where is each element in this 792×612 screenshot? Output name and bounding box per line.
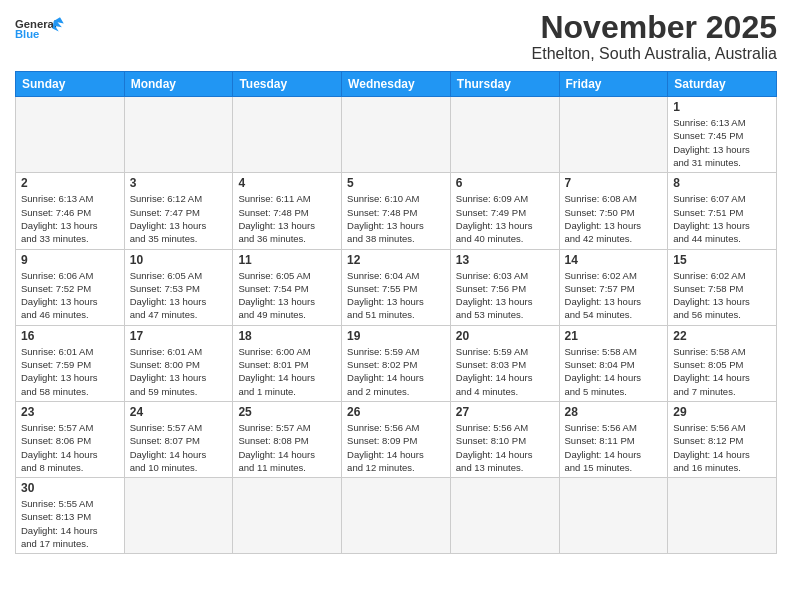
day-number: 14 bbox=[565, 253, 663, 267]
calendar-day-header: Saturday bbox=[668, 72, 777, 97]
calendar-cell: 16Sunrise: 6:01 AMSunset: 7:59 PMDayligh… bbox=[16, 325, 125, 401]
calendar-cell: 6Sunrise: 6:09 AMSunset: 7:49 PMDaylight… bbox=[450, 173, 559, 249]
calendar-day-header: Tuesday bbox=[233, 72, 342, 97]
day-number: 4 bbox=[238, 176, 336, 190]
calendar-cell: 17Sunrise: 6:01 AMSunset: 8:00 PMDayligh… bbox=[124, 325, 233, 401]
day-number: 25 bbox=[238, 405, 336, 419]
calendar-cell: 11Sunrise: 6:05 AMSunset: 7:54 PMDayligh… bbox=[233, 249, 342, 325]
day-info: Sunrise: 5:58 AMSunset: 8:05 PMDaylight:… bbox=[673, 345, 771, 398]
calendar-cell: 2Sunrise: 6:13 AMSunset: 7:46 PMDaylight… bbox=[16, 173, 125, 249]
calendar-cell bbox=[233, 97, 342, 173]
calendar-day-header: Thursday bbox=[450, 72, 559, 97]
day-info: Sunrise: 6:13 AMSunset: 7:45 PMDaylight:… bbox=[673, 116, 771, 169]
calendar-cell bbox=[342, 478, 451, 554]
calendar-cell: 28Sunrise: 5:56 AMSunset: 8:11 PMDayligh… bbox=[559, 401, 668, 477]
calendar-cell bbox=[450, 97, 559, 173]
day-info: Sunrise: 6:01 AMSunset: 7:59 PMDaylight:… bbox=[21, 345, 119, 398]
page-header: General Blue November 2025 Ethelton, Sou… bbox=[15, 10, 777, 63]
calendar-cell: 13Sunrise: 6:03 AMSunset: 7:56 PMDayligh… bbox=[450, 249, 559, 325]
day-info: Sunrise: 6:02 AMSunset: 7:57 PMDaylight:… bbox=[565, 269, 663, 322]
day-number: 7 bbox=[565, 176, 663, 190]
day-number: 8 bbox=[673, 176, 771, 190]
calendar-cell: 19Sunrise: 5:59 AMSunset: 8:02 PMDayligh… bbox=[342, 325, 451, 401]
calendar-cell: 10Sunrise: 6:05 AMSunset: 7:53 PMDayligh… bbox=[124, 249, 233, 325]
calendar-cell: 14Sunrise: 6:02 AMSunset: 7:57 PMDayligh… bbox=[559, 249, 668, 325]
calendar-cell: 7Sunrise: 6:08 AMSunset: 7:50 PMDaylight… bbox=[559, 173, 668, 249]
page-title: November 2025 bbox=[532, 10, 777, 45]
day-info: Sunrise: 6:04 AMSunset: 7:55 PMDaylight:… bbox=[347, 269, 445, 322]
day-info: Sunrise: 5:56 AMSunset: 8:10 PMDaylight:… bbox=[456, 421, 554, 474]
calendar-cell: 9Sunrise: 6:06 AMSunset: 7:52 PMDaylight… bbox=[16, 249, 125, 325]
calendar-cell: 24Sunrise: 5:57 AMSunset: 8:07 PMDayligh… bbox=[124, 401, 233, 477]
day-number: 16 bbox=[21, 329, 119, 343]
calendar-cell: 23Sunrise: 5:57 AMSunset: 8:06 PMDayligh… bbox=[16, 401, 125, 477]
day-number: 18 bbox=[238, 329, 336, 343]
day-info: Sunrise: 5:56 AMSunset: 8:11 PMDaylight:… bbox=[565, 421, 663, 474]
day-number: 21 bbox=[565, 329, 663, 343]
day-number: 24 bbox=[130, 405, 228, 419]
calendar-cell bbox=[124, 97, 233, 173]
calendar-cell: 15Sunrise: 6:02 AMSunset: 7:58 PMDayligh… bbox=[668, 249, 777, 325]
calendar-cell: 29Sunrise: 5:56 AMSunset: 8:12 PMDayligh… bbox=[668, 401, 777, 477]
day-info: Sunrise: 6:13 AMSunset: 7:46 PMDaylight:… bbox=[21, 192, 119, 245]
calendar-cell bbox=[124, 478, 233, 554]
calendar-cell: 4Sunrise: 6:11 AMSunset: 7:48 PMDaylight… bbox=[233, 173, 342, 249]
day-info: Sunrise: 5:57 AMSunset: 8:08 PMDaylight:… bbox=[238, 421, 336, 474]
day-info: Sunrise: 6:10 AMSunset: 7:48 PMDaylight:… bbox=[347, 192, 445, 245]
calendar-cell bbox=[16, 97, 125, 173]
calendar-day-header: Monday bbox=[124, 72, 233, 97]
calendar-day-header: Friday bbox=[559, 72, 668, 97]
calendar-table: SundayMondayTuesdayWednesdayThursdayFrid… bbox=[15, 71, 777, 554]
day-info: Sunrise: 5:59 AMSunset: 8:02 PMDaylight:… bbox=[347, 345, 445, 398]
logo: General Blue bbox=[15, 15, 65, 45]
day-number: 6 bbox=[456, 176, 554, 190]
day-info: Sunrise: 5:58 AMSunset: 8:04 PMDaylight:… bbox=[565, 345, 663, 398]
calendar-cell: 30Sunrise: 5:55 AMSunset: 8:13 PMDayligh… bbox=[16, 478, 125, 554]
calendar-cell: 3Sunrise: 6:12 AMSunset: 7:47 PMDaylight… bbox=[124, 173, 233, 249]
calendar-cell: 22Sunrise: 5:58 AMSunset: 8:05 PMDayligh… bbox=[668, 325, 777, 401]
calendar-cell: 18Sunrise: 6:00 AMSunset: 8:01 PMDayligh… bbox=[233, 325, 342, 401]
day-number: 23 bbox=[21, 405, 119, 419]
day-number: 2 bbox=[21, 176, 119, 190]
day-number: 15 bbox=[673, 253, 771, 267]
day-info: Sunrise: 6:08 AMSunset: 7:50 PMDaylight:… bbox=[565, 192, 663, 245]
day-number: 19 bbox=[347, 329, 445, 343]
day-number: 28 bbox=[565, 405, 663, 419]
day-number: 22 bbox=[673, 329, 771, 343]
calendar-cell bbox=[342, 97, 451, 173]
day-info: Sunrise: 6:02 AMSunset: 7:58 PMDaylight:… bbox=[673, 269, 771, 322]
calendar-cell: 12Sunrise: 6:04 AMSunset: 7:55 PMDayligh… bbox=[342, 249, 451, 325]
day-number: 10 bbox=[130, 253, 228, 267]
day-number: 12 bbox=[347, 253, 445, 267]
day-number: 9 bbox=[21, 253, 119, 267]
day-info: Sunrise: 6:05 AMSunset: 7:54 PMDaylight:… bbox=[238, 269, 336, 322]
calendar-day-header: Sunday bbox=[16, 72, 125, 97]
title-block: November 2025 Ethelton, South Australia,… bbox=[532, 10, 777, 63]
day-info: Sunrise: 6:00 AMSunset: 8:01 PMDaylight:… bbox=[238, 345, 336, 398]
day-info: Sunrise: 5:56 AMSunset: 8:12 PMDaylight:… bbox=[673, 421, 771, 474]
calendar-cell: 8Sunrise: 6:07 AMSunset: 7:51 PMDaylight… bbox=[668, 173, 777, 249]
day-number: 20 bbox=[456, 329, 554, 343]
day-number: 30 bbox=[21, 481, 119, 495]
calendar-cell: 20Sunrise: 5:59 AMSunset: 8:03 PMDayligh… bbox=[450, 325, 559, 401]
day-info: Sunrise: 6:06 AMSunset: 7:52 PMDaylight:… bbox=[21, 269, 119, 322]
day-info: Sunrise: 5:57 AMSunset: 8:06 PMDaylight:… bbox=[21, 421, 119, 474]
calendar-cell bbox=[233, 478, 342, 554]
day-info: Sunrise: 6:03 AMSunset: 7:56 PMDaylight:… bbox=[456, 269, 554, 322]
day-number: 29 bbox=[673, 405, 771, 419]
day-info: Sunrise: 6:11 AMSunset: 7:48 PMDaylight:… bbox=[238, 192, 336, 245]
calendar-header-row: SundayMondayTuesdayWednesdayThursdayFrid… bbox=[16, 72, 777, 97]
day-info: Sunrise: 6:12 AMSunset: 7:47 PMDaylight:… bbox=[130, 192, 228, 245]
day-info: Sunrise: 6:07 AMSunset: 7:51 PMDaylight:… bbox=[673, 192, 771, 245]
day-number: 27 bbox=[456, 405, 554, 419]
day-number: 5 bbox=[347, 176, 445, 190]
day-number: 26 bbox=[347, 405, 445, 419]
day-info: Sunrise: 5:57 AMSunset: 8:07 PMDaylight:… bbox=[130, 421, 228, 474]
day-number: 17 bbox=[130, 329, 228, 343]
day-info: Sunrise: 5:56 AMSunset: 8:09 PMDaylight:… bbox=[347, 421, 445, 474]
day-number: 1 bbox=[673, 100, 771, 114]
calendar-day-header: Wednesday bbox=[342, 72, 451, 97]
day-number: 3 bbox=[130, 176, 228, 190]
day-info: Sunrise: 6:01 AMSunset: 8:00 PMDaylight:… bbox=[130, 345, 228, 398]
svg-text:Blue: Blue bbox=[15, 28, 39, 40]
